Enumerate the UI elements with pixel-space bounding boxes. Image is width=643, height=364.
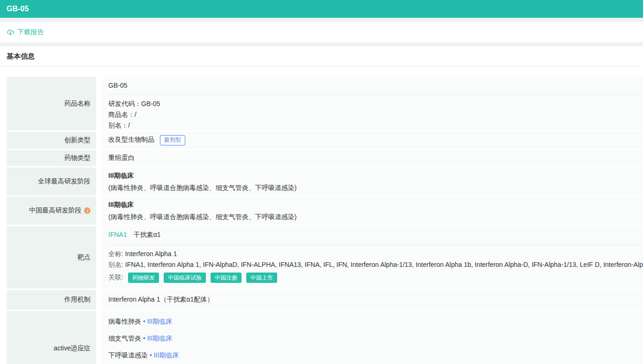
field-alias-value: /: [128, 121, 130, 129]
indication-name: 下呼吸道感染: [108, 351, 148, 359]
indication-stage: III期临床: [154, 351, 179, 359]
row-content-china-stage: III期临床 (病毒性肺炎、呼吸道合胞病毒感染、细支气管炎、下呼吸道感染): [102, 197, 643, 225]
indication-line: 病毒性肺炎 • III期临床: [108, 318, 643, 325]
info-row-china-stage: 中国最高研发阶段 i III期临床 (病毒性肺炎、呼吸道合胞病毒感染、细支气管炎…: [7, 197, 643, 225]
info-row-global-stage: 全球最高研发阶段 III期临床 (病毒性肺炎、呼吸道合胞病毒感染、细支气管炎、下…: [7, 167, 643, 195]
row-label-global-stage: 全球最高研发阶段: [7, 167, 96, 195]
indication-name: 细支气管炎: [108, 334, 141, 342]
row-content-active-indications: 病毒性肺炎 • III期临床 细支气管炎 • III期临床 下呼吸道感染 • I…: [102, 311, 643, 364]
innovation-type-line: 改良型生物制品新剂型: [108, 135, 643, 145]
row-content-global-stage: III期临床 (病毒性肺炎、呼吸道合胞病毒感染、细支气管炎、下呼吸道感染): [102, 167, 643, 195]
drug-type-value: 重组蛋白: [108, 154, 643, 162]
innovation-type-value: 改良型生物制品: [108, 136, 154, 143]
field-trade-name-key: 商品名：: [108, 111, 135, 118]
row-content-drug-name: GB-05 研发代码：GB-05 商品名：/ 别名：/: [102, 77, 643, 130]
divider-strip: [0, 18, 643, 22]
indication-stage: III期临床: [147, 334, 173, 342]
bullet-separator: •: [150, 351, 152, 359]
target-alias-line: 别名: IFNA1, Interferon Alpha 1, IFN-Alpha…: [108, 259, 643, 270]
field-trade-name: 商品名：/: [108, 109, 643, 120]
info-row-drug-type: 药物类型 重组蛋白: [7, 150, 643, 166]
page-header: GB-05: [0, 0, 643, 18]
target-full-name-value: Interferon Alpha 1: [125, 250, 177, 258]
indication-stage-link[interactable]: • III期临床: [150, 351, 179, 359]
global-stage-indications: (病毒性肺炎、呼吸道合胞病毒感染、细支气管炎、下呼吸道感染): [108, 182, 643, 193]
row-label-active-indications: active适应症: [7, 311, 96, 364]
field-alias-key: 别名：: [108, 121, 128, 129]
inner-divider: [108, 244, 642, 245]
info-tooltip-icon[interactable]: i: [84, 207, 91, 214]
field-dev-code-value: GB-05: [141, 100, 160, 107]
relation-tag-drug-rd[interactable]: 药物研发: [128, 273, 159, 283]
bullet-separator: •: [143, 318, 145, 325]
row-label-drug-type: 药物类型: [7, 150, 96, 166]
target-relation-line: 关联: 药物研发 中国临床试验 中国注册 中国上市: [108, 273, 643, 283]
target-name: 干扰素α1: [134, 231, 161, 238]
target-primary-line: IFNA1干扰素α1: [108, 229, 643, 244]
row-label-mechanism: 作用机制: [7, 290, 96, 310]
info-row-active-indications: active适应症 病毒性肺炎 • III期临床 细支气管炎 • III期临床 …: [7, 311, 643, 364]
info-row-target: 靶点 IFNA1干扰素α1 全称: Interferon Alpha 1 别名:…: [7, 226, 643, 288]
page-title: GB-05: [7, 5, 29, 13]
drug-name-value: GB-05: [108, 80, 643, 94]
target-detail-block: 全称: Interferon Alpha 1 别名: IFNA1, Interf…: [108, 249, 643, 283]
target-symbol-link[interactable]: IFNA1: [108, 231, 127, 238]
row-content-innovation-type: 改良型生物制品新剂型: [102, 132, 643, 149]
section-title: 基本信息: [7, 52, 35, 61]
bullet-separator: •: [143, 334, 145, 342]
field-dev-code: 研发代码：GB-05: [108, 99, 643, 109]
global-stage-value: III期临床: [108, 170, 643, 181]
row-content-target: IFNA1干扰素α1 全称: Interferon Alpha 1 别名: IF…: [102, 226, 643, 288]
section-header: 基本信息: [0, 46, 643, 67]
relation-tag-china-registration[interactable]: 中国注册: [211, 273, 242, 283]
indication-stage-link[interactable]: • III期临床: [143, 318, 172, 325]
field-dev-code-key: 研发代码：: [108, 100, 141, 107]
indication-stage-link[interactable]: • III期临床: [143, 334, 172, 342]
info-row-mechanism: 作用机制 Interferon Alpha 1（干扰素α1配体）: [7, 290, 643, 310]
download-report-label: 下载报告: [17, 28, 44, 37]
basic-info-table: 药品名称 GB-05 研发代码：GB-05 商品名：/ 别名：/ 创新类型 改良…: [7, 77, 643, 364]
relation-tag-china-marketed[interactable]: 中国上市: [246, 273, 277, 283]
mechanism-value: Interferon Alpha 1（干扰素α1配体）: [108, 296, 643, 304]
target-alias-value: IFNA1, Interferon Alpha 1, IFN-AlphaD, I…: [125, 261, 643, 268]
row-label-china-stage: 中国最高研发阶段 i: [7, 197, 96, 225]
indication-name: 病毒性肺炎: [108, 318, 141, 325]
row-content-drug-type: 重组蛋白: [102, 150, 643, 166]
info-row-drug-name: 药品名称 GB-05 研发代码：GB-05 商品名：/ 别名：/: [7, 77, 643, 130]
china-stage-label: 中国最高研发阶段: [29, 206, 82, 215]
drug-name-fields: 研发代码：GB-05 商品名：/ 别名：/: [108, 99, 643, 131]
field-trade-name-value: /: [135, 111, 136, 118]
china-stage-indications: (病毒性肺炎、呼吸道合胞病毒感染、细支气管炎、下呼吸道感染): [108, 212, 643, 222]
indication-line: 下呼吸道感染 • III期临床: [108, 352, 643, 359]
new-formulation-tag: 新剂型: [160, 135, 185, 145]
china-stage-value: III期临床: [108, 199, 643, 210]
target-full-name-key: 全称:: [108, 250, 123, 258]
row-content-mechanism: Interferon Alpha 1（干扰素α1配体）: [102, 290, 643, 310]
row-label-drug-name: 药品名称: [7, 77, 96, 130]
target-relation-key: 关联:: [108, 273, 123, 282]
inner-divider: [108, 94, 642, 95]
relation-tag-china-trials[interactable]: 中国临床试验: [164, 273, 206, 283]
indication-line: 细支气管炎 • III期临床: [108, 335, 643, 342]
download-report-button[interactable]: 下载报告: [7, 28, 44, 37]
info-row-innovation-type: 创新类型 改良型生物制品新剂型: [7, 132, 643, 149]
row-label-innovation-type: 创新类型: [7, 132, 96, 149]
target-alias-key: 别名:: [108, 261, 123, 268]
toolbar: 下载报告: [0, 22, 643, 42]
field-alias: 别名：/: [108, 120, 643, 131]
divider-strip: [0, 42, 643, 46]
target-full-name-line: 全称: Interferon Alpha 1: [108, 249, 643, 259]
row-label-target: 靶点: [7, 226, 96, 288]
cloud-download-icon: [7, 29, 14, 36]
indication-stage: III期临床: [147, 318, 173, 325]
